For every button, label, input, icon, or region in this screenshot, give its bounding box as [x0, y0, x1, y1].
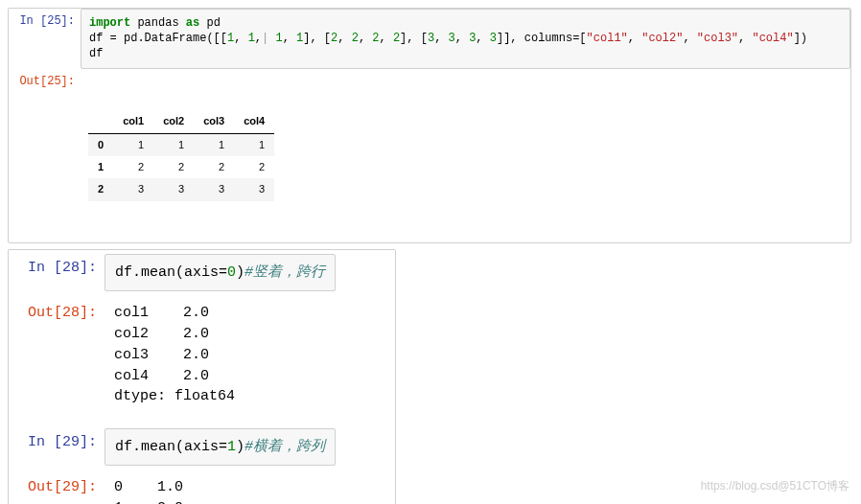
notebook-cell-25: In [25]: import pandas as pd df = pd.Dat…: [8, 8, 851, 243]
sep: ,: [476, 32, 489, 45]
sep: ,: [234, 32, 247, 45]
sep: ,: [380, 32, 393, 45]
kw-import: import: [89, 16, 130, 30]
tok-pre: df.mean(axis=: [115, 264, 227, 281]
table-cell: 2: [153, 156, 194, 178]
output-text: col1 2.0 col2 2.0 col3 2.0 col4 2.0 dtyp…: [105, 295, 395, 415]
num: 2: [372, 32, 379, 45]
num: 0: [227, 264, 236, 281]
sep: ,: [337, 32, 351, 45]
sep: ,: [738, 32, 752, 45]
input-row: In [25]: import pandas as pd df = pd.Dat…: [9, 9, 850, 69]
out-prompt: Out[29]:: [9, 470, 105, 501]
comment: #竖着，跨行: [244, 264, 325, 281]
sep: ,: [455, 32, 469, 45]
notebook-cell-group: In [28]: df.mean(axis=0)#竖着，跨行 Out[28]: …: [8, 249, 396, 504]
sep: ,: [255, 32, 262, 45]
comment: #横着，跨列: [244, 439, 325, 455]
table-row: 0 1 1 1 1: [88, 133, 274, 156]
code-input[interactable]: df.mean(axis=1)#横着，跨列: [105, 428, 336, 466]
num: 1: [248, 32, 255, 45]
str: "col3": [697, 32, 738, 45]
tok-pandas: pandas: [130, 16, 186, 30]
out-prompt: Out[25]:: [9, 69, 81, 94]
output-text: 0 1.0 1 2.0 2 3.0 dtype: float64: [105, 470, 395, 504]
tok-line2a: df = pd.DataFrame([[: [89, 32, 227, 45]
tok-post: ): [236, 439, 244, 455]
num: 1: [227, 439, 236, 455]
str: "col2": [641, 32, 683, 45]
in-prompt: In [28]:: [9, 250, 105, 282]
str: "col4": [752, 32, 793, 45]
sep: ,: [283, 32, 296, 45]
in-prompt: In [25]:: [9, 9, 81, 34]
str: "col1": [587, 32, 628, 45]
spacer: [9, 415, 395, 424]
output-row: Out[25]: col1 col2 col3 col4 0 1: [9, 69, 850, 243]
sep: ,: [683, 32, 696, 45]
table-col-header: col3: [194, 110, 234, 133]
table-col-header: col2: [153, 110, 194, 133]
table-col-header: col1: [113, 110, 153, 133]
table-row-header: 0: [88, 133, 113, 156]
num: 2: [352, 32, 359, 45]
table-cell: 1: [234, 133, 274, 156]
sep: ,: [628, 32, 641, 45]
end: ]): [794, 32, 807, 45]
num: 3: [449, 32, 455, 45]
kw-as: as: [186, 16, 199, 30]
tok-df: df: [89, 47, 103, 60]
table-cell: 3: [153, 178, 194, 200]
watermark-text: https://blog.csd@51CTO博客: [701, 478, 849, 494]
sep: ,: [359, 32, 372, 45]
table-corner: [88, 110, 113, 133]
table-cell: 2: [194, 156, 234, 178]
table-row: 1 2 2 2 2: [88, 156, 274, 178]
tok-pd: pd: [199, 16, 221, 30]
table-cell: 2: [113, 156, 153, 178]
table-row-header: 2: [88, 178, 113, 200]
sep: ,: [434, 32, 448, 45]
code-input[interactable]: df.mean(axis=0)#竖着，跨行: [105, 254, 336, 291]
table-col-header: col4: [234, 110, 274, 133]
br: ], [: [400, 32, 428, 45]
table-cell: 3: [194, 178, 234, 200]
tok-pre: df.mean(axis=: [115, 439, 227, 455]
code-input[interactable]: import pandas as pd df = pd.DataFrame([[…: [81, 9, 850, 69]
num: 1: [275, 32, 282, 45]
output-area: col1 col2 col3 col4 0 1 1 1 1: [81, 69, 850, 243]
tok-post: ): [236, 264, 244, 281]
num: 3: [490, 32, 497, 45]
output-row-29: Out[29]: 0 1.0 1 2.0 2 3.0 dtype: float6…: [9, 470, 395, 504]
output-row-28: Out[28]: col1 2.0 col2 2.0 col3 2.0 col4…: [9, 295, 395, 415]
table-row-header: 1: [88, 156, 113, 178]
br: ], [: [303, 32, 331, 45]
table-cell: 1: [153, 133, 194, 156]
input-row-28: In [28]: df.mean(axis=0)#竖着，跨行: [9, 250, 395, 295]
table-row: 2 3 3 3 3: [88, 178, 274, 200]
table-cell: 2: [234, 156, 274, 178]
table-cell: 3: [113, 178, 153, 200]
in-prompt: In [29]:: [9, 424, 105, 456]
input-row-29: In [29]: df.mean(axis=1)#横着，跨列: [9, 424, 395, 470]
table-cell: 1: [113, 133, 153, 156]
out-prompt: Out[28]:: [9, 295, 105, 327]
table-cell: 3: [234, 178, 274, 200]
br: ]], columns=[: [497, 32, 587, 45]
dataframe-table: col1 col2 col3 col4 0 1 1 1 1: [88, 110, 274, 201]
table-cell: 1: [194, 133, 234, 156]
